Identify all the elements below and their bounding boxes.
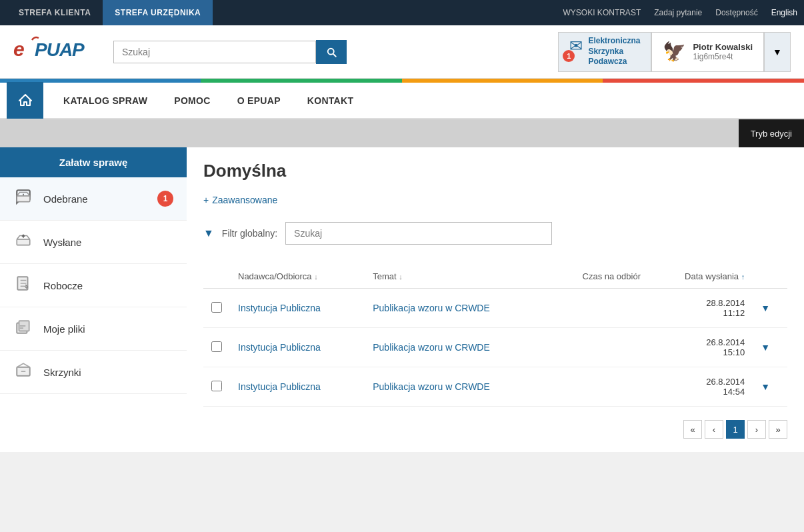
user-dropdown-button[interactable]: ▼ — [764, 32, 791, 72]
edit-bar: Tryb edycji — [0, 119, 804, 147]
draft-icon — [13, 275, 33, 296]
row-checkbox-cell-1 — [203, 328, 230, 367]
th-checkbox — [203, 265, 230, 289]
mailbox-label: Elektroniczna Skrzynka Podawcza — [588, 36, 640, 67]
row-checkbox-2[interactable] — [211, 381, 222, 391]
home-icon — [17, 93, 33, 109]
sidebar-label-moje-pliki: Moje pliki — [43, 323, 85, 335]
ask-question-link[interactable]: Zadaj pytanie — [654, 8, 702, 17]
mailbox-button[interactable]: ✉ 1 Elektroniczna Skrzynka Podawcza — [558, 32, 651, 72]
mailboxes-icon — [13, 361, 33, 383]
content-area: Domyślna + Zaawansowane ▼ Filtr globalny… — [187, 147, 804, 452]
th-time: Czas na odbiór — [547, 265, 649, 289]
subject-link-0[interactable]: Publikacja wzoru w CRWDE — [373, 303, 490, 313]
row-expand-1: ▼ — [753, 328, 787, 367]
table-header-row: Nadawca/Odbiorca ↓ Temat ↓ Czas na odbió… — [203, 265, 787, 289]
edit-mode-button[interactable]: Tryb edycji — [739, 119, 804, 147]
pagination: « ‹ 1 › » — [203, 420, 787, 439]
sidebar-label-odebrane: Odebrane — [43, 193, 88, 205]
nav-katalog[interactable]: KATALOG SPRAW — [50, 82, 161, 119]
sidebar-item-robocze[interactable]: Robocze — [0, 264, 187, 307]
pagination-next[interactable]: › — [747, 420, 766, 439]
messages-table: Nadawca/Odbiorca ↓ Temat ↓ Czas na odbió… — [203, 265, 787, 407]
inbox-icon — [13, 188, 33, 209]
logo[interactable]: e PUAP — [13, 35, 93, 69]
user-area: 🦅 Piotr Kowalski 1ig6m5re4t — [651, 32, 764, 72]
nav-o-epuap[interactable]: O ePUAP — [224, 82, 294, 119]
row-expand-0: ▼ — [753, 289, 787, 328]
zalatw-button[interactable]: Załatw sprawę — [0, 147, 187, 177]
row-checkbox-1[interactable] — [211, 341, 222, 352]
row-expand-icon-0[interactable]: ▼ — [761, 303, 770, 313]
row-checkbox-cell-0 — [203, 289, 230, 328]
row-sender-0: Instytucja Publiczna — [230, 289, 365, 328]
sort-date-icon[interactable]: ↑ — [741, 273, 745, 281]
mailbox-badge: 1 — [563, 50, 575, 62]
top-bar-right: WYSOKI KONTRAST Zadaj pytanie Dostępność… — [563, 8, 797, 17]
plus-icon: + — [203, 195, 209, 205]
pagination-first[interactable]: « — [683, 420, 702, 439]
logo-e: e PUAP — [13, 47, 93, 68]
row-date-0: 28.8.201411:12 — [649, 289, 753, 328]
svg-rect-2 — [17, 196, 30, 202]
row-expand-icon-1[interactable]: ▼ — [761, 342, 770, 353]
sidebar-item-odebrane[interactable]: Odebrane 1 — [0, 177, 187, 221]
subject-link-2[interactable]: Publikacja wzoru w CRWDE — [373, 381, 490, 392]
th-subject: Temat ↓ — [365, 265, 547, 289]
nav-kontakt[interactable]: KONTAKT — [294, 82, 367, 119]
row-subject-2: Publikacja wzoru w CRWDE — [365, 367, 547, 407]
advanced-filter-link[interactable]: + Zaawansowane — [203, 195, 787, 205]
english-link[interactable]: English — [771, 8, 797, 17]
filter-input[interactable] — [285, 222, 552, 245]
row-subject-0: Publikacja wzoru w CRWDE — [365, 289, 547, 328]
pagination-prev[interactable]: ‹ — [705, 420, 723, 439]
search-input[interactable] — [113, 41, 316, 63]
search-icon — [325, 46, 337, 58]
row-date-1: 26.8.201415:10 — [649, 328, 753, 367]
search-area — [113, 40, 347, 64]
sidebar-item-skrzynki[interactable]: Skrzynki — [0, 351, 187, 394]
advanced-label: Zaawansowane — [212, 195, 277, 205]
row-subject-1: Publikacja wzoru w CRWDE — [365, 328, 547, 367]
svg-text:e: e — [13, 38, 24, 60]
header-right: ✉ 1 Elektroniczna Skrzynka Podawcza 🦅 Pi… — [558, 32, 791, 72]
tab-urzednik[interactable]: STREFA URZĘDNIKA — [103, 0, 213, 25]
row-checkbox-cell-2 — [203, 367, 230, 407]
filter-toggle-icon[interactable]: ▼ — [203, 227, 214, 239]
svg-rect-3 — [17, 239, 30, 245]
nav-home-button[interactable] — [7, 82, 43, 119]
row-expand-icon-2[interactable]: ▼ — [761, 381, 770, 392]
sidebar: Załatw sprawę Odebrane 1 — [0, 147, 187, 452]
row-time-1 — [547, 328, 649, 367]
accessibility-link[interactable]: Dostępność — [715, 8, 757, 17]
svg-text:PUAP: PUAP — [35, 39, 85, 60]
logo-svg: e PUAP — [13, 35, 93, 64]
row-time-2 — [547, 367, 649, 407]
sender-link-2[interactable]: Instytucja Publiczna — [238, 381, 321, 392]
top-bar: STREFA KLIENTA STREFA URZĘDNIKA WYSOKI K… — [0, 0, 804, 25]
sender-link-0[interactable]: Instytucja Publiczna — [238, 303, 321, 313]
nav-pomoc[interactable]: POMOC — [161, 82, 223, 119]
filter-row: ▼ Filtr globalny: — [203, 215, 787, 251]
th-sender: Nadawca/Odbiorca ↓ — [230, 265, 365, 289]
sort-subject-icon[interactable]: ↓ — [399, 273, 403, 281]
sort-sender-icon[interactable]: ↓ — [314, 273, 318, 281]
sender-link-1[interactable]: Instytucja Publiczna — [238, 342, 321, 353]
filter-label: Filtr globalny: — [222, 228, 277, 239]
page-title: Domyślna — [203, 161, 787, 181]
tab-klient[interactable]: STREFA KLIENTA — [7, 0, 103, 25]
high-contrast-link[interactable]: WYSOKI KONTRAST — [563, 8, 641, 17]
table-row: Instytucja Publiczna Publikacja wzoru w … — [203, 289, 787, 328]
row-checkbox-0[interactable] — [211, 302, 222, 313]
main-nav: KATALOG SPRAW POMOC O ePUAP KONTAKT — [0, 83, 804, 119]
search-button[interactable] — [316, 40, 347, 64]
row-sender-1: Instytucja Publiczna — [230, 328, 365, 367]
logo-area: e PUAP — [13, 35, 93, 69]
pagination-current[interactable]: 1 — [726, 420, 745, 439]
user-name: Piotr Kowalski — [693, 42, 753, 52]
sidebar-item-wyslane[interactable]: Wysłane — [0, 221, 187, 264]
sidebar-label-wyslane: Wysłane — [43, 237, 81, 248]
subject-link-1[interactable]: Publikacja wzoru w CRWDE — [373, 342, 490, 353]
sidebar-item-moje-pliki[interactable]: Moje pliki — [0, 307, 187, 351]
pagination-last[interactable]: » — [769, 420, 787, 439]
